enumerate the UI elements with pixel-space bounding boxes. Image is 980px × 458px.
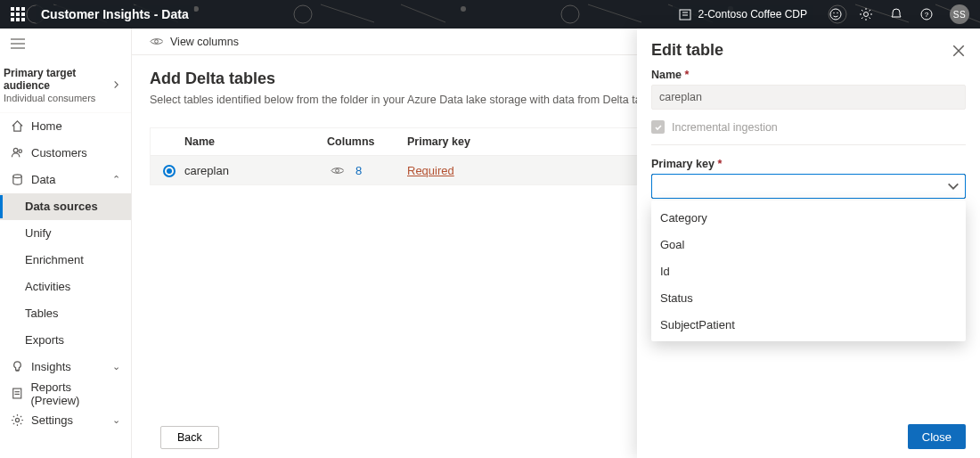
svg-point-3	[830, 9, 841, 20]
svg-point-19	[155, 40, 159, 44]
col-primary-key: Primary key	[407, 135, 514, 148]
nav-settings[interactable]: Settings ⌄	[0, 407, 131, 434]
eye-icon	[150, 35, 163, 48]
col-columns: Columns	[327, 135, 407, 148]
nav-label: Unify	[25, 226, 52, 240]
audience-subtitle: Individual consumers	[4, 93, 112, 103]
nav-label: Reports (Preview)	[30, 380, 120, 407]
nav-label: Tables	[25, 307, 59, 320]
close-icon[interactable]	[951, 44, 966, 58]
dropdown-item-category[interactable]: Category	[651, 204, 966, 231]
eye-icon	[331, 164, 344, 177]
hamburger-icon	[11, 37, 25, 50]
nav-label: Data sources	[25, 200, 98, 213]
chevron-down-icon: ⌄	[112, 414, 120, 426]
chevron-right-icon	[112, 80, 120, 89]
svg-point-18	[15, 419, 19, 422]
nav-label: Data	[31, 173, 55, 186]
left-nav: Primary target audience Individual consu…	[0, 29, 132, 458]
row-primary-key-required[interactable]: Required	[407, 164, 454, 177]
incremental-label: Incremental ingestion	[672, 121, 778, 134]
nav-enrichment[interactable]: Enrichment	[0, 247, 131, 274]
nav-activities[interactable]: Activities	[0, 274, 131, 300]
dropdown-item-goal[interactable]: Goal	[651, 231, 966, 258]
primary-key-label: Primary key *	[651, 158, 966, 170]
nav-insights[interactable]: Insights ⌄	[0, 354, 131, 380]
view-columns-label: View columns	[170, 36, 239, 48]
nav-home[interactable]: Home	[0, 113, 131, 140]
help-icon[interactable]: ?	[919, 7, 934, 21]
svg-point-12	[13, 149, 18, 153]
nav-data[interactable]: Data ⌃	[0, 167, 131, 193]
nav-customers[interactable]: Customers	[0, 140, 131, 167]
svg-text:?: ?	[925, 11, 929, 19]
lightbulb-icon	[11, 360, 24, 373]
app-title: Customer Insights - Data	[36, 5, 194, 23]
svg-point-5	[837, 12, 837, 13]
nav-label: Activities	[25, 280, 70, 293]
dropdown-item-id[interactable]: Id	[651, 258, 966, 284]
row-name: careplan	[184, 164, 327, 177]
dropdown-item-subjectpatient[interactable]: SubjectPatient	[651, 311, 966, 338]
nav-label: Exports	[25, 333, 64, 347]
database-icon	[11, 173, 24, 186]
chevron-up-icon: ⌃	[112, 174, 120, 185]
edit-table-panel: Edit table Name * Incremental ingestion …	[637, 29, 980, 458]
nav-unify[interactable]: Unify	[0, 220, 131, 247]
panel-title: Edit table	[651, 41, 723, 60]
preview-columns-button[interactable]	[327, 160, 347, 180]
report-icon	[11, 387, 23, 400]
avatar[interactable]: SS	[950, 4, 969, 24]
svg-point-14	[13, 175, 21, 178]
svg-point-20	[335, 168, 339, 172]
incremental-checkbox	[651, 120, 665, 134]
name-input[interactable]	[651, 85, 966, 110]
row-column-count[interactable]: 8	[355, 164, 362, 177]
svg-point-6	[864, 12, 869, 17]
name-field-label: Name *	[651, 69, 966, 81]
audience-title: Primary target audience	[4, 67, 112, 93]
environment-switcher[interactable]: 2-Contoso Coffee CDP	[673, 5, 813, 23]
nav-label: Enrichment	[25, 253, 84, 266]
audience-switcher[interactable]: Primary target audience Individual consu…	[0, 61, 131, 113]
svg-point-13	[19, 150, 21, 152]
nav-data-sources[interactable]: Data sources	[0, 193, 131, 220]
close-button[interactable]: Close	[908, 424, 966, 449]
bell-icon[interactable]	[889, 7, 903, 21]
nav-label: Insights	[31, 360, 71, 373]
smile-icon[interactable]	[829, 7, 843, 21]
nav-label: Home	[31, 119, 62, 133]
svg-rect-15	[13, 388, 21, 398]
building-icon	[678, 7, 692, 21]
nav-reports[interactable]: Reports (Preview)	[0, 380, 131, 407]
gear-icon	[11, 413, 24, 427]
nav-exports[interactable]: Exports	[0, 327, 131, 354]
svg-point-4	[833, 12, 834, 13]
primary-key-dropdown: Category Goal Id Status SubjectPatient	[651, 200, 966, 341]
col-name: Name	[184, 135, 327, 148]
app-launcher-icon[interactable]	[11, 7, 25, 21]
nav-tables[interactable]: Tables	[0, 300, 131, 327]
chevron-down-icon: ⌄	[112, 361, 120, 372]
dropdown-item-status[interactable]: Status	[651, 284, 966, 311]
home-icon	[11, 119, 24, 133]
nav-label: Settings	[31, 413, 73, 427]
nav-collapse-button[interactable]	[0, 29, 131, 61]
primary-key-combobox[interactable]	[651, 174, 966, 199]
row-radio[interactable]	[163, 165, 176, 177]
people-icon	[11, 146, 24, 159]
nav-label: Customers	[31, 146, 87, 159]
back-button[interactable]: Back	[160, 426, 219, 449]
top-bar: Customer Insights - Data 2-Contoso Coffe…	[0, 0, 980, 29]
environment-name: 2-Contoso Coffee CDP	[698, 8, 807, 20]
gear-icon[interactable]	[859, 7, 873, 21]
